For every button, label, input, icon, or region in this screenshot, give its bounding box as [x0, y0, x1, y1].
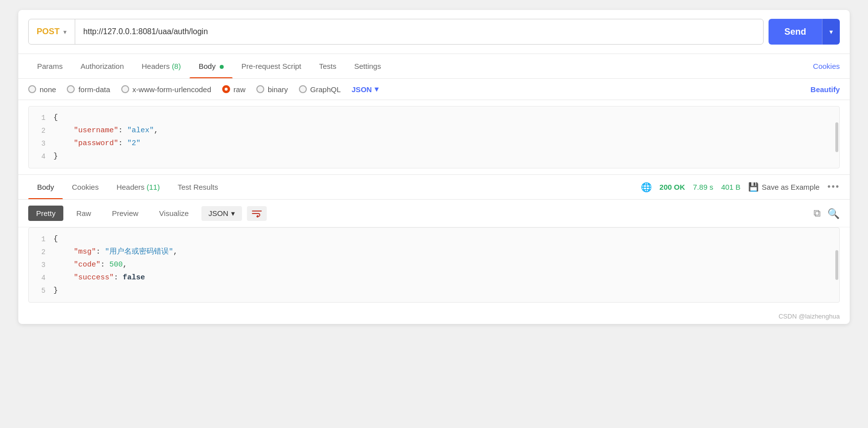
cookies-button[interactable]: Cookies	[813, 54, 840, 78]
request-tabs: Params Authorization Headers (8) Body Pr…	[18, 54, 850, 79]
radio-none[interactable]: none	[28, 85, 56, 94]
save-icon: 💾	[748, 182, 759, 192]
response-tab-cookies[interactable]: Cookies	[63, 175, 107, 199]
send-button-group: Send ▾	[769, 19, 840, 45]
status-code: 200 OK	[660, 183, 685, 191]
globe-icon: 🌐	[641, 182, 652, 193]
response-size: 401 B	[721, 183, 740, 191]
response-line-2: 2 "msg": "用户名或密码错误",	[29, 246, 839, 259]
tab-body[interactable]: Body	[190, 54, 232, 78]
json-format-selector[interactable]: JSON ▾	[201, 206, 242, 221]
footer: CSDN @laizhenghua	[18, 309, 850, 324]
beautify-button[interactable]: Beautify	[811, 85, 840, 94]
response-format-left: Pretty Raw Preview Visualize JSON ▾	[28, 206, 267, 221]
format-visualize[interactable]: Visualize	[151, 206, 197, 221]
radio-circle-raw	[222, 85, 230, 93]
tab-params[interactable]: Params	[28, 54, 72, 78]
json-format-chevron-icon: ▾	[231, 209, 235, 218]
response-time: 7.89 s	[693, 183, 713, 191]
response-line-1: 1 {	[29, 233, 839, 246]
editor-scrollbar[interactable]	[835, 122, 838, 152]
tab-tests[interactable]: Tests	[310, 54, 345, 78]
url-section: POST ▾ Send ▾	[18, 10, 850, 54]
url-input[interactable]	[75, 27, 763, 36]
method-label: POST	[37, 27, 59, 37]
radio-form-data[interactable]: form-data	[67, 85, 110, 94]
method-dropdown-icon: ▾	[63, 28, 67, 36]
response-line-5: 5 }	[29, 284, 839, 297]
response-section: Body Cookies Headers (11) Test Results 🌐…	[18, 174, 850, 303]
footer-credit: CSDN @laizhenghua	[778, 313, 840, 320]
send-button[interactable]: Send	[769, 19, 822, 45]
more-options-button[interactable]: •••	[827, 182, 840, 192]
radio-raw[interactable]: raw	[222, 85, 245, 94]
response-tab-body[interactable]: Body	[28, 175, 63, 199]
format-pretty[interactable]: Pretty	[28, 206, 63, 221]
request-line-1: 1 {	[29, 111, 839, 124]
radio-binary[interactable]: binary	[256, 85, 288, 94]
request-line-3: 3 "password": "2"	[29, 137, 839, 150]
json-chevron-icon: ▾	[375, 85, 379, 94]
response-tabs-left: Body Cookies Headers (11) Test Results	[28, 175, 227, 199]
response-headers-badge: (11)	[146, 183, 160, 191]
send-dropdown-button[interactable]: ▾	[822, 19, 840, 45]
response-code-lines: 1 { 2 "msg": "用户名或密码错误", 3 "code": 500,	[29, 228, 839, 302]
response-tab-headers[interactable]: Headers (11)	[107, 175, 169, 199]
method-selector[interactable]: POST ▾	[29, 19, 75, 44]
url-bar: POST ▾	[28, 19, 764, 45]
body-type-section: none form-data x-www-form-urlencoded raw…	[18, 79, 850, 100]
response-scrollbar[interactable]	[835, 250, 838, 280]
response-tabs-row: Body Cookies Headers (11) Test Results 🌐…	[18, 175, 850, 200]
radio-circle-form-data	[67, 85, 75, 93]
format-raw[interactable]: Raw	[68, 206, 99, 221]
response-tab-test-results[interactable]: Test Results	[169, 175, 227, 199]
json-type-selector[interactable]: JSON ▾	[352, 85, 379, 94]
response-line-4: 4 "success": false	[29, 271, 839, 284]
format-preview[interactable]: Preview	[104, 206, 146, 221]
request-line-2: 2 "username": "alex",	[29, 124, 839, 137]
request-body-editor[interactable]: 1 { 2 "username": "alex", 3 "password": …	[28, 106, 840, 168]
tab-headers[interactable]: Headers (8)	[133, 54, 190, 78]
word-wrap-button[interactable]	[247, 206, 267, 221]
save-example-button[interactable]: 💾 Save as Example	[748, 182, 820, 192]
tab-authorization[interactable]: Authorization	[72, 54, 133, 78]
body-types-left: none form-data x-www-form-urlencoded raw…	[28, 85, 379, 94]
request-line-4: 4 }	[29, 150, 839, 163]
radio-circle-none	[28, 85, 36, 93]
radio-circle-graphql	[299, 85, 307, 93]
response-format-row: Pretty Raw Preview Visualize JSON ▾ ⧉ 🔍	[18, 200, 850, 227]
radio-circle-binary	[256, 85, 264, 93]
radio-circle-url-encoded	[121, 85, 129, 93]
tab-settings[interactable]: Settings	[345, 54, 390, 78]
response-body-editor: 1 { 2 "msg": "用户名或密码错误", 3 "code": 500,	[28, 227, 840, 303]
headers-badge: (8)	[172, 62, 181, 70]
response-format-right: ⧉ 🔍	[814, 208, 840, 219]
tabs-left: Params Authorization Headers (8) Body Pr…	[28, 54, 390, 78]
search-icon[interactable]: 🔍	[827, 208, 840, 219]
body-active-dot	[220, 65, 224, 69]
response-status-row: 🌐 200 OK 7.89 s 401 B 💾 Save as Example …	[641, 182, 840, 193]
tab-pre-request-script[interactable]: Pre-request Script	[233, 54, 310, 78]
radio-url-encoded[interactable]: x-www-form-urlencoded	[121, 85, 211, 94]
copy-icon[interactable]: ⧉	[814, 208, 820, 219]
request-code-lines: 1 { 2 "username": "alex", 3 "password": …	[29, 107, 839, 168]
response-line-3: 3 "code": 500,	[29, 259, 839, 271]
radio-graphql[interactable]: GraphQL	[299, 85, 341, 94]
